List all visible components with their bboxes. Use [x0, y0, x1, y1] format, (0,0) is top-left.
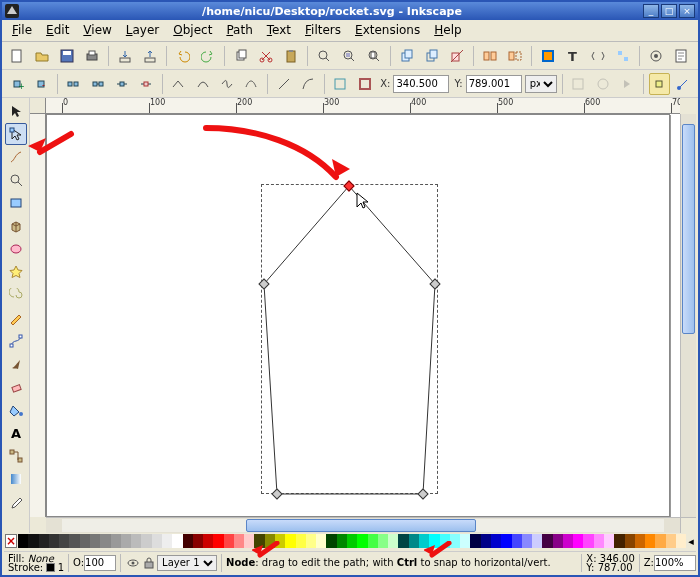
- palette-swatch[interactable]: [39, 534, 49, 548]
- fill-stroke-dialog-button[interactable]: [537, 45, 559, 67]
- palette-swatch[interactable]: [398, 534, 408, 548]
- dropper-tool[interactable]: [5, 491, 27, 513]
- palette-swatch[interactable]: [152, 534, 162, 548]
- palette-swatch[interactable]: [522, 534, 532, 548]
- palette-swatch[interactable]: [193, 534, 203, 548]
- palette-swatch[interactable]: [183, 534, 193, 548]
- maximize-button[interactable]: □: [661, 4, 677, 18]
- break-node-button[interactable]: [63, 73, 84, 95]
- show-handles-button[interactable]: [649, 73, 670, 95]
- gradient-tool[interactable]: [5, 468, 27, 490]
- menu-filters[interactable]: Filters: [298, 20, 348, 41]
- palette-swatch[interactable]: [553, 534, 563, 548]
- palette-swatch[interactable]: [491, 534, 501, 548]
- connector-tool[interactable]: [5, 445, 27, 467]
- duplicate-button[interactable]: [396, 45, 418, 67]
- palette-swatch[interactable]: [28, 534, 38, 548]
- group-button[interactable]: [479, 45, 501, 67]
- palette-swatch[interactable]: [347, 534, 357, 548]
- palette-swatch[interactable]: [254, 534, 264, 548]
- palette-swatch[interactable]: [224, 534, 234, 548]
- ellipse-tool[interactable]: [5, 238, 27, 260]
- palette-swatch[interactable]: [121, 534, 131, 548]
- zoom-input[interactable]: [654, 555, 696, 571]
- palette-swatch[interactable]: [80, 534, 90, 548]
- pencil-tool[interactable]: [5, 307, 27, 329]
- palette-swatch[interactable]: [419, 534, 429, 548]
- palette-swatch[interactable]: [409, 534, 419, 548]
- clone-button[interactable]: [421, 45, 443, 67]
- open-button[interactable]: [31, 45, 53, 67]
- palette-swatch[interactable]: [337, 534, 347, 548]
- new-document-button[interactable]: [6, 45, 28, 67]
- palette-swatch[interactable]: [100, 534, 110, 548]
- palette-swatch[interactable]: [162, 534, 172, 548]
- palette-swatch[interactable]: [234, 534, 244, 548]
- no-fill-swatch[interactable]: ×: [5, 534, 17, 548]
- layer-visibility-icon[interactable]: [125, 555, 141, 571]
- next-path-effect-button[interactable]: [616, 73, 637, 95]
- palette-swatch[interactable]: [357, 534, 367, 548]
- spiral-tool[interactable]: [5, 284, 27, 306]
- join-segment-button[interactable]: [111, 73, 132, 95]
- canvas[interactable]: [46, 114, 680, 517]
- menu-help[interactable]: Help: [427, 20, 468, 41]
- copy-button[interactable]: [230, 45, 252, 67]
- opacity-input[interactable]: [84, 555, 116, 571]
- palette-swatch[interactable]: [666, 534, 676, 548]
- close-button[interactable]: ×: [679, 4, 695, 18]
- zoom-page-button[interactable]: [363, 45, 385, 67]
- palette-swatch[interactable]: [378, 534, 388, 548]
- zoom-tool[interactable]: [5, 169, 27, 191]
- node-auto-button[interactable]: [241, 73, 262, 95]
- palette-swatch[interactable]: [69, 534, 79, 548]
- palette-swatch[interactable]: [594, 534, 604, 548]
- palette-swatch[interactable]: [172, 534, 182, 548]
- palette-swatch[interactable]: [131, 534, 141, 548]
- node-symmetric-button[interactable]: [216, 73, 237, 95]
- minimize-button[interactable]: _: [643, 4, 659, 18]
- ungroup-button[interactable]: [504, 45, 526, 67]
- document-properties-button[interactable]: [670, 45, 692, 67]
- menu-edit[interactable]: Edit: [39, 20, 76, 41]
- palette-swatch[interactable]: [676, 534, 686, 548]
- palette-swatch[interactable]: [635, 534, 645, 548]
- node-cusp-button[interactable]: [168, 73, 189, 95]
- palette-swatch[interactable]: [470, 534, 480, 548]
- palette-swatch[interactable]: [614, 534, 624, 548]
- horizontal-scrollbar[interactable]: [46, 517, 680, 533]
- palette-swatch[interactable]: [532, 534, 542, 548]
- palette-swatch[interactable]: [450, 534, 460, 548]
- zoom-drawing-button[interactable]: [338, 45, 360, 67]
- unlink-clone-button[interactable]: [446, 45, 468, 67]
- palette-menu-icon[interactable]: ◂: [686, 533, 696, 549]
- export-button[interactable]: [139, 45, 161, 67]
- palette-swatch[interactable]: [481, 534, 491, 548]
- redo-button[interactable]: [197, 45, 219, 67]
- bezier-tool[interactable]: [5, 330, 27, 352]
- object-to-path-button[interactable]: [330, 73, 351, 95]
- palette-swatch[interactable]: [604, 534, 614, 548]
- paint-bucket-tool[interactable]: [5, 399, 27, 421]
- menu-layer[interactable]: Layer: [119, 20, 166, 41]
- palette-swatch[interactable]: [111, 534, 121, 548]
- palette-swatch[interactable]: [573, 534, 583, 548]
- layer-lock-icon[interactable]: [141, 555, 157, 571]
- calligraphy-tool[interactable]: [5, 353, 27, 375]
- node-x-input[interactable]: [393, 75, 449, 93]
- star-tool[interactable]: [5, 261, 27, 283]
- delete-node-button[interactable]: -: [30, 73, 51, 95]
- undo-button[interactable]: [172, 45, 194, 67]
- join-node-button[interactable]: [87, 73, 108, 95]
- node-y-input[interactable]: [466, 75, 522, 93]
- layer-select[interactable]: Layer 1: [157, 555, 217, 571]
- node-smooth-button[interactable]: [192, 73, 213, 95]
- palette-swatch[interactable]: [460, 534, 470, 548]
- stroke-swatch[interactable]: [46, 563, 54, 572]
- text-tool[interactable]: A: [5, 422, 27, 444]
- palette-swatch[interactable]: [583, 534, 593, 548]
- 3dbox-tool[interactable]: [5, 215, 27, 237]
- palette-swatch[interactable]: [49, 534, 59, 548]
- cut-button[interactable]: [255, 45, 277, 67]
- palette-swatch[interactable]: [306, 534, 316, 548]
